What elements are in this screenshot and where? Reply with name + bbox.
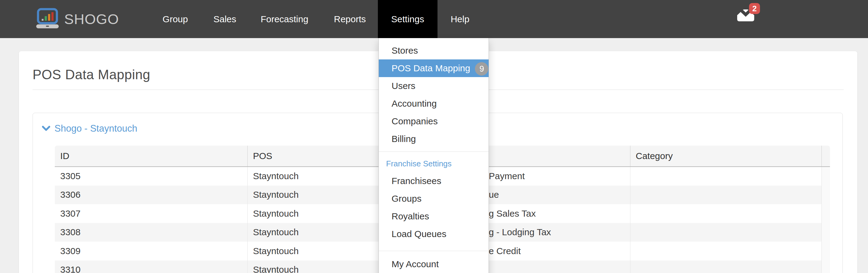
- cell-category: [630, 223, 822, 242]
- laptop-chart-icon: [36, 8, 60, 30]
- notification-badge: 2: [749, 3, 760, 14]
- menu-item-pos-data-mapping[interactable]: POS Data Mapping9: [379, 59, 489, 77]
- inbox-icon: [736, 18, 755, 24]
- chevron-down-icon: [42, 123, 50, 134]
- cell-id: 3310: [55, 261, 247, 273]
- nav-item-settings[interactable]: Settings: [378, 0, 437, 38]
- column-header-empty: [822, 146, 830, 167]
- cell-category: [630, 242, 822, 261]
- section-title: Shogo - Stayntouch: [55, 123, 137, 134]
- menu-item-royalties[interactable]: Royalties: [379, 208, 489, 225]
- inbox-button[interactable]: 2: [736, 7, 756, 27]
- menu-item-my-account[interactable]: My Account: [379, 255, 489, 273]
- section-toggle[interactable]: Shogo - Stayntouch: [42, 123, 137, 134]
- settings-dropdown: StoresPOS Data Mapping9UsersAccountingCo…: [378, 38, 489, 273]
- column-header-category: Category: [630, 146, 822, 167]
- nav-item-group[interactable]: Group: [159, 0, 191, 38]
- menu-item-label: Companies: [392, 116, 438, 126]
- cell-id: 3307: [55, 204, 247, 223]
- top-bar: SHOGO GroupSalesForecastingReportsSettin…: [0, 0, 868, 38]
- menu-item-label: Franchisees: [392, 176, 441, 186]
- cell-id: 3305: [55, 167, 247, 186]
- cell-id: 3306: [55, 186, 247, 204]
- menu-item-label: My Account: [392, 259, 439, 269]
- scrollbar-gutter: [822, 204, 830, 223]
- cell-category: [630, 167, 822, 186]
- menu-item-label: Stores: [392, 46, 418, 55]
- scrollbar-gutter: [822, 186, 830, 204]
- scrollbar-gutter: [822, 223, 830, 242]
- menu-item-users[interactable]: Users: [379, 77, 489, 95]
- menu-item-label: POS Data Mapping: [392, 63, 470, 73]
- menu-item-badge: 9: [475, 62, 488, 76]
- app-viewport: SHOGO GroupSalesForecastingReportsSettin…: [0, 0, 868, 273]
- menu-item-companies[interactable]: Companies: [379, 112, 489, 130]
- menu-item-label: Users: [392, 81, 415, 91]
- logo-text: SHOGO: [64, 11, 119, 27]
- column-header-id: ID: [55, 146, 247, 167]
- scrollbar-gutter: [822, 242, 830, 261]
- cell-category: [630, 186, 822, 204]
- scrollbar-gutter: [822, 261, 830, 273]
- menu-item-label: Groups: [392, 193, 422, 203]
- menu-item-groups[interactable]: Groups: [379, 190, 489, 208]
- scrollbar-gutter: [822, 167, 830, 186]
- menu-section-header-franchise-settings: Franchise Settings: [379, 154, 489, 172]
- menu-item-franchisees[interactable]: Franchisees: [379, 172, 489, 190]
- menu-item-billing[interactable]: Billing: [379, 130, 489, 148]
- menu-section: StoresPOS Data Mapping9UsersAccountingCo…: [379, 42, 489, 148]
- cell-category: [630, 261, 822, 273]
- menu-item-label: Accounting: [392, 99, 437, 108]
- menu-item-label: Billing: [392, 134, 416, 144]
- nav-item-help[interactable]: Help: [447, 0, 472, 38]
- menu-section: My Account: [379, 251, 489, 273]
- shogo-logo[interactable]: SHOGO: [36, 0, 119, 38]
- cell-id: 3309: [55, 242, 247, 261]
- menu-section: Franchise SettingsFranchiseesGroupsRoyal…: [379, 152, 489, 247]
- nav-item-reports[interactable]: Reports: [331, 0, 369, 38]
- nav-item-sales[interactable]: Sales: [210, 0, 239, 38]
- menu-item-stores[interactable]: Stores: [379, 42, 489, 59]
- menu-item-accounting[interactable]: Accounting: [379, 95, 489, 112]
- nav-item-forecasting[interactable]: Forecasting: [258, 0, 312, 38]
- cell-id: 3308: [55, 223, 247, 242]
- menu-item-load-queues[interactable]: Load Queues: [379, 225, 489, 243]
- menu-item-label: Load Queues: [392, 229, 446, 239]
- menu-item-label: Royalties: [392, 211, 429, 221]
- cell-category: [630, 204, 822, 223]
